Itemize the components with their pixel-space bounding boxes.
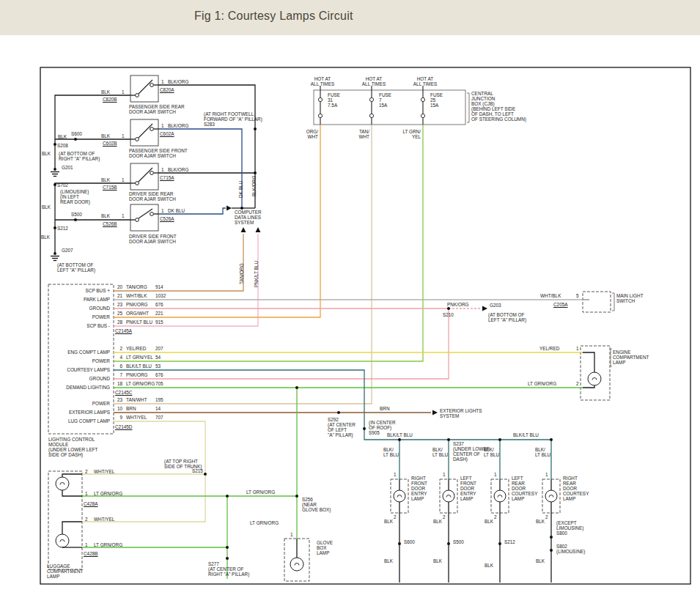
diagram-label: BLK/LT BLU	[513, 432, 539, 437]
diagram-label: BLK/LT BLU	[387, 432, 413, 437]
circuit-label: 914	[155, 284, 163, 289]
pin-label: 6	[119, 363, 122, 369]
module-pin-function: LUG COMPT LAMP	[68, 418, 110, 424]
pin-label: 1	[494, 472, 497, 477]
connector-label: C2145A	[115, 328, 132, 333]
ground-label: G207	[62, 248, 73, 253]
pin-label: 1	[545, 472, 548, 477]
module-pin-function: DEMAND LIGHTING	[66, 385, 110, 390]
component-label: MAIN LIGHT SWITCH	[616, 293, 644, 303]
module-pin-function: COURTESY LAMPS	[67, 367, 110, 372]
module-pin-function: ENG COMPT LAMP	[67, 350, 110, 355]
diagram-label: BLK/ LT BLU	[383, 447, 399, 457]
system-label: EXTERIOR LIGHTS SYSTEM	[440, 408, 482, 418]
splice-label: S277 (AT CENTER OF RIGHT "A" PILLAR)	[208, 561, 249, 577]
diagram-label: 1	[161, 123, 164, 128]
component-label: RIGHT FRONT DOOR ENTRY LAMP	[411, 476, 427, 501]
diagram-label: YEL/RED	[126, 346, 146, 351]
component-label: CENTRAL JUNCTION BOX (CJB) (BEHIND LEFT …	[471, 91, 526, 122]
circuit-label: 207	[155, 346, 163, 351]
circuit-label: 705	[155, 381, 163, 386]
splice-label: S600	[71, 131, 82, 136]
diagram-label: BLK/ LT BLU	[432, 447, 448, 457]
note-label: (AT BOTTOM OF RIGHT "A" PILLAR)	[59, 151, 100, 161]
splice-label: S802 (LIMOUSINE)	[556, 544, 585, 554]
connector-label: C715A	[160, 175, 174, 180]
diagram-label: LT GRN/ YEL	[402, 129, 421, 139]
connector-label: C526B	[103, 221, 117, 226]
diagram-label: BLK	[42, 151, 51, 156]
splice-label: S256 (NEAR GLOVE BOX)	[302, 497, 331, 512]
power-label: HOT AT ALL TIMES	[413, 76, 437, 86]
diagram-label: BLK	[485, 563, 493, 568]
splice-label: S215	[192, 468, 203, 473]
connector-label: C428A	[84, 501, 98, 506]
connector-label: C526A	[160, 216, 174, 221]
pin-label: 25	[117, 311, 122, 316]
splice-label: S212	[504, 539, 515, 544]
pin-label: 1	[576, 346, 579, 351]
diagram-label: TAN/WHT	[126, 397, 147, 402]
connector-label: C820B	[103, 97, 117, 102]
splice-label: S212	[57, 226, 68, 231]
connector-label: C602A	[160, 131, 174, 136]
diagram-label: BRN	[380, 406, 390, 411]
diagram-label: BLK	[433, 519, 442, 524]
pin-label: 23	[117, 397, 122, 402]
component-label: PASSENGER SIDE REAR DOOR AJAR SWITCH	[129, 104, 185, 114]
fuse-label: FUSE 31 7.5A	[328, 92, 340, 108]
component-label: PASSENGER SIDE FRONT DOOR AJAR SWITCH	[129, 148, 188, 158]
connector-label: C2145D	[115, 424, 132, 429]
module-pin-function: SCP BUS +	[86, 288, 110, 293]
connector-label: C428B	[84, 551, 98, 556]
module-pin-function: POWER	[92, 401, 110, 406]
pin-label: 10	[117, 406, 122, 411]
note-label: (AT BOTTOM OF LEFT "A" PILLAR)	[57, 262, 95, 273]
pin-label: 2	[443, 514, 446, 520]
diagram-label: LT GRN/ORG	[528, 381, 556, 386]
pin-label: 1	[85, 491, 88, 496]
diagram-label: BLK	[536, 558, 545, 563]
splice-label: S702	[57, 182, 68, 188]
circuit-label: 221	[155, 311, 163, 316]
diagram-label: BLK	[101, 133, 110, 138]
splice-label: S500	[71, 212, 82, 217]
component-label: LEFT FRONT DOOR ENTRY LAMP	[460, 476, 476, 501]
module-pin-function: GROUND	[89, 306, 110, 311]
pin-label: 4	[119, 355, 122, 360]
pin-label: 7	[119, 372, 122, 377]
component-label: DRIVER SIDE REAR DOOR AJAR SWITCH	[129, 191, 176, 202]
circuit-label: 195	[155, 397, 163, 402]
component-label: RIGHT REAR DOOR COURTESY LAMP	[563, 476, 589, 501]
pin-label: 2	[576, 381, 579, 386]
diagram-label: 1	[161, 167, 164, 172]
note-label: (AT TOP RIGHT SIDE OF TRUNK)	[164, 459, 202, 469]
diagram-label: BLK	[42, 204, 51, 210]
circuit-label: 53	[155, 363, 161, 369]
module-pin-function: EXTERIOR LAMPS	[69, 410, 110, 415]
pin-label: 2	[85, 469, 88, 474]
diagram-label: 1	[122, 89, 125, 95]
diagram-label: 1	[161, 208, 164, 213]
diagram-label: PNK/LT BLU	[254, 261, 259, 287]
circuit-label: 707	[155, 415, 163, 420]
module-pin-function: SCP BUS -	[86, 323, 110, 328]
pin-label: 2	[394, 514, 397, 520]
diagram-label: WHT/YEL	[94, 469, 114, 474]
pin-label: 20	[117, 284, 122, 289]
component-label: GLOVE BOX LAMP	[317, 540, 333, 555]
diagram-label: 1	[122, 133, 125, 138]
splice-label: S292 (AT CENTER OF LEFT "A" PILLAR)	[328, 417, 355, 437]
diagram-label: WHT/BLK	[126, 293, 147, 298]
pin-label: 2	[494, 514, 497, 520]
diagram-label: BRN	[126, 406, 136, 411]
pin-label: 1	[443, 472, 446, 477]
module-pin-function: POWER	[92, 358, 110, 363]
pin-label: 23	[117, 302, 122, 307]
diagram-label: BLK	[485, 519, 493, 524]
diagram-label: LT GRN/ORG	[94, 491, 122, 496]
diagram-label: YEL/RED	[539, 346, 559, 351]
connector-label: C205A	[553, 302, 568, 307]
diagram-label: TAN/ORG	[239, 263, 244, 284]
splice-label: S210	[443, 312, 454, 317]
